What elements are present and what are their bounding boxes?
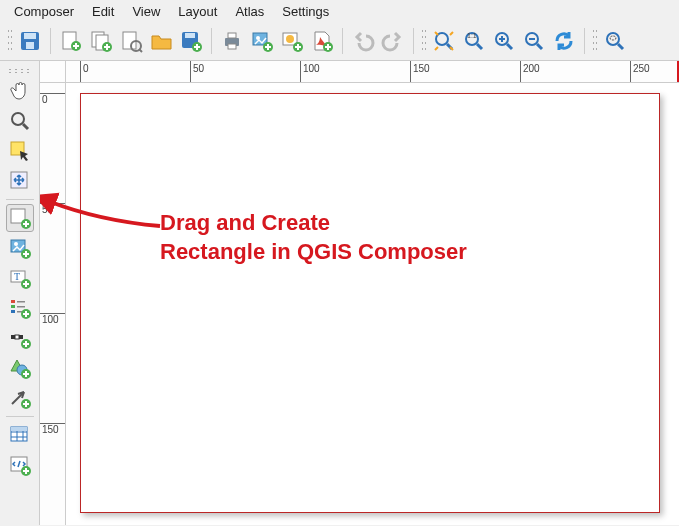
svg-rect-50 [19,335,23,339]
lasso-icon [603,29,627,53]
svg-rect-56 [11,427,27,431]
separator [211,28,212,54]
redo-icon [381,29,405,53]
ruler-vertical[interactable]: 0 50 100 150 200 [40,83,66,525]
composer-page[interactable] [80,93,660,513]
pan-tool-button[interactable] [6,77,34,105]
print-button[interactable] [218,27,246,55]
separator [50,28,51,54]
save-button[interactable] [16,27,44,55]
ruler-h-tick: 100 [303,63,320,74]
export-pdf-button[interactable] [308,27,336,55]
add-attr-table-tool-button[interactable] [6,421,34,449]
ruler-v-tick: 150 [42,424,59,435]
separator [6,416,34,417]
printer-icon [220,29,244,53]
save-template-button[interactable] [177,27,205,55]
duplicate-composer-icon [89,29,113,53]
svg-point-36 [14,242,18,246]
move-content-icon [8,169,32,193]
svg-rect-41 [11,300,15,303]
add-shape-icon [8,356,32,380]
export-image-icon [250,29,274,53]
export-svg-icon [280,29,304,53]
svg-rect-11 [185,33,195,38]
add-arrow-icon [8,386,32,410]
move-content-tool-button[interactable] [6,167,34,195]
duplicate-composer-button[interactable] [87,27,115,55]
lasso-button[interactable] [601,27,629,55]
add-legend-tool-button[interactable] [6,294,34,322]
svg-rect-43 [11,310,15,313]
svg-rect-48 [11,335,15,339]
menu-layout[interactable]: Layout [178,4,217,19]
zoom-full-icon [432,29,456,53]
magnifier-icon [8,109,32,133]
folder-open-icon [149,29,173,53]
ruler-h-tick: 0 [83,63,89,74]
undo-icon [351,29,375,53]
ruler-h-tick: 200 [523,63,540,74]
add-html-tool-button[interactable] [6,451,34,479]
new-composer-icon [59,29,83,53]
zoom-in-button[interactable] [490,27,518,55]
ruler-v-tick: 50 [42,204,53,215]
zoom-out-icon [522,29,546,53]
zoom-out-button[interactable] [520,27,548,55]
svg-point-29 [610,36,616,40]
zoom-full-button[interactable] [430,27,458,55]
export-image-button[interactable] [248,27,276,55]
zoom-in-icon [492,29,516,53]
zoom-actual-button[interactable]: 1:1 [460,27,488,55]
export-svg-button[interactable] [278,27,306,55]
add-arrow-tool-button[interactable] [6,384,34,412]
menubar: Composer Edit View Layout Atlas Settings [0,0,679,23]
ruler-v-tick: 100 [42,314,59,325]
add-scalebar-tool-button[interactable] [6,324,34,352]
add-legend-icon [8,296,32,320]
add-image-tool-button[interactable] [6,234,34,262]
toolbar-grip [591,28,597,54]
menu-edit[interactable]: Edit [92,4,114,19]
add-shape-tool-button[interactable] [6,354,34,382]
refresh-icon [552,29,576,53]
svg-rect-45 [17,306,25,308]
ruler-corner [40,61,66,83]
side-toolbar: T [0,61,40,525]
select-tool-button[interactable] [6,137,34,165]
menu-atlas[interactable]: Atlas [235,4,264,19]
add-image-icon [8,236,32,260]
menu-composer[interactable]: Composer [14,4,74,19]
svg-point-30 [12,113,24,125]
svg-rect-42 [11,305,15,308]
add-label-icon: T [8,266,32,290]
zoom-actual-icon: 1:1 [462,29,486,53]
ruler-horizontal[interactable]: 0 50 100 150 200 250 [66,61,679,83]
toolbar-grip [6,28,12,54]
composer-viewport[interactable] [66,83,679,525]
undo-button[interactable] [349,27,377,55]
add-map-tool-button[interactable] [6,204,34,232]
svg-rect-15 [228,44,236,49]
open-template-button[interactable] [147,27,175,55]
separator [342,28,343,54]
svg-point-20 [286,35,294,43]
redo-button[interactable] [379,27,407,55]
refresh-button[interactable] [550,27,578,55]
separator [584,28,585,54]
zoom-tool-button[interactable] [6,107,34,135]
composer-manager-button[interactable] [117,27,145,55]
menu-settings[interactable]: Settings [282,4,329,19]
pan-hand-icon [8,79,32,103]
menu-view[interactable]: View [132,4,160,19]
toolbar-grip [420,28,426,54]
add-label-tool-button[interactable]: T [6,264,34,292]
svg-rect-44 [17,301,25,303]
add-map-icon [8,206,32,230]
toolbar-top: 1:1 [0,23,679,61]
svg-rect-2 [26,42,34,49]
export-pdf-icon [310,29,334,53]
new-composer-button[interactable] [57,27,85,55]
add-html-icon [8,453,32,477]
workspace: T 0 50 100 150 200 250 [0,61,679,525]
